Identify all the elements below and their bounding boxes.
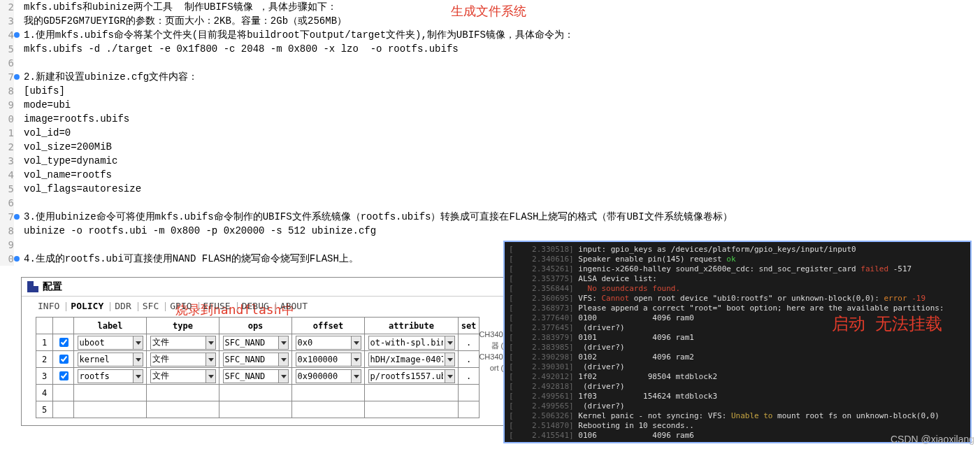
line-13: vol_type=dynamic xyxy=(14,154,117,168)
terminal-line: [ 2.340616] Speaker enable pin(145) requ… xyxy=(509,255,966,264)
line-8: [ubifs] xyxy=(14,84,65,98)
line-9: mode=ubi xyxy=(14,98,71,112)
boot-terminal: [ 2.330518] input: gpio_keys as /devices… xyxy=(503,241,972,266)
terminal-line: [ 2.345261] ingenic-x2660-halley sound_x… xyxy=(509,264,966,266)
line-2: mkfs.ubifs和ubinize两个工具 制作UBIFS镜像 ，具体步骤如下… xyxy=(14,0,337,14)
terminal-line: [ 2.330518] input: gpio_keys as /devices… xyxy=(509,245,966,255)
line-10: image=rootfs.ubifs xyxy=(14,112,129,126)
line-20: 4.生成的rootfs.ubi可直接使用NAND FLASH的烧写命令烧写到FL… xyxy=(14,252,359,266)
line-4: 1.使用mkfs.ubifs命令将某个文件夹(目前我是将buildroot下ou… xyxy=(14,28,574,42)
line-3: 我的GD5F2GM7UEYIGR的参数：页面大小：2KB。容量：2Gb（或256… xyxy=(14,14,347,28)
line-7: 2.新建和设置ubinize.cfg文件内容： xyxy=(14,70,198,84)
line-5: mkfs.ubifs -d ./target -e 0x1f800 -c 204… xyxy=(14,42,459,56)
line-11: vol_id=0 xyxy=(14,126,71,140)
line-15: vol_flags=autoresize xyxy=(14,182,141,196)
annotation-generate-fs: 生成文件系统 xyxy=(451,3,526,20)
code-listing: 2mkfs.ubifs和ubinize两个工具 制作UBIFS镜像 ，具体步骤如… xyxy=(0,0,980,266)
line-17: 3.使用ubinize命令可将使用mkfs.ubifs命令制作的UBIFS文件系… xyxy=(14,210,733,224)
line-18: ubinize -o rootfs.ubi -m 0x800 -p 0x2000… xyxy=(14,224,376,238)
line-14: vol_name=rootfs xyxy=(14,168,112,182)
line-12: vol_size=200MiB xyxy=(14,140,112,154)
